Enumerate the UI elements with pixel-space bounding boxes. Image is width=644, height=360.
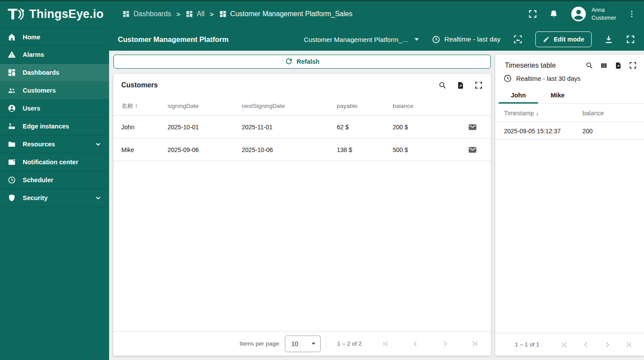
breadcrumb-current-dashboard[interactable]: Customer Management Platform_Sales bbox=[219, 10, 353, 18]
top-bar: ThingsEye.io Dashboards > All > Customer… bbox=[0, 0, 644, 28]
cell-next-signing-date: 2025-10-06 bbox=[242, 146, 337, 153]
first-page-icon[interactable] bbox=[560, 340, 569, 350]
timeseries-pagination: 1 – 1 of 1 bbox=[495, 333, 644, 356]
sort-asc-icon: ↑ bbox=[135, 103, 138, 109]
dashboards-icon bbox=[7, 68, 16, 77]
column-header-signing-date[interactable]: signingDate bbox=[168, 103, 242, 109]
tab-john[interactable]: John bbox=[499, 87, 538, 104]
sidebar-item-edge-instances[interactable]: Edge instances bbox=[0, 118, 109, 135]
previous-page-icon[interactable] bbox=[411, 339, 420, 349]
sidebar-item-customers[interactable]: Customers bbox=[0, 82, 109, 100]
columns-icon[interactable] bbox=[600, 62, 608, 69]
last-page-icon[interactable] bbox=[470, 339, 480, 349]
timewindow-button[interactable]: Realtime - last 30 days bbox=[495, 70, 644, 87]
edit-mode-label: Edit mode bbox=[554, 36, 584, 43]
cell-name: John bbox=[121, 124, 168, 131]
shield-icon bbox=[7, 194, 16, 202]
previous-page-icon[interactable] bbox=[581, 340, 591, 350]
timeseries-table-header: Timestamp↓ balance bbox=[495, 104, 644, 122]
search-icon[interactable] bbox=[585, 61, 593, 69]
refresh-button[interactable]: Refalsh bbox=[113, 55, 491, 69]
sidebar-item-label: Security bbox=[23, 194, 48, 201]
cell-payable: 62 $ bbox=[337, 124, 393, 131]
sidebar-item-alarms[interactable]: Alarms bbox=[0, 46, 109, 64]
email-icon[interactable] bbox=[462, 145, 483, 155]
sidebar-item-resources[interactable]: Resources bbox=[0, 135, 109, 153]
sidebar-item-users[interactable]: Users bbox=[0, 100, 109, 118]
breadcrumb: Dashboards > All > Customer Management P… bbox=[122, 10, 353, 18]
sidebar-item-label: Resources bbox=[23, 141, 55, 148]
breadcrumb-label: Customer Management Platform_Sales bbox=[230, 10, 353, 18]
dashboard-toolbar: Customer Management Platform Customer Ma… bbox=[109, 28, 644, 51]
items-per-page-label: Items per page: bbox=[240, 340, 281, 347]
sidebar-item-label: Customers bbox=[23, 87, 56, 94]
dashboard-grid-icon bbox=[185, 10, 193, 18]
breadcrumb-dashboards[interactable]: Dashboards bbox=[122, 10, 171, 18]
dashboard-state-select[interactable]: Customer Management Platform_… bbox=[304, 36, 419, 43]
export-icon[interactable] bbox=[614, 62, 622, 69]
tab-mike[interactable]: Mike bbox=[538, 87, 577, 104]
page-range-label: 1 – 1 of 1 bbox=[515, 341, 539, 348]
next-page-icon[interactable] bbox=[603, 340, 612, 350]
sidebar: Home Alarms Dashboards Customers Users E… bbox=[0, 28, 109, 360]
next-page-icon[interactable] bbox=[440, 339, 450, 349]
folder-icon bbox=[7, 140, 16, 149]
timewindow-button[interactable]: Realtime - last day bbox=[432, 35, 500, 44]
column-header-balance[interactable]: balance bbox=[582, 110, 635, 117]
first-page-icon[interactable] bbox=[381, 339, 391, 349]
chevron-down-icon bbox=[94, 140, 102, 148]
breadcrumb-all[interactable]: All bbox=[185, 10, 205, 18]
brand-logo[interactable]: ThingsEye.io bbox=[0, 0, 109, 28]
search-icon[interactable] bbox=[438, 81, 447, 90]
expand-widget-icon[interactable] bbox=[474, 81, 483, 90]
table-row[interactable]: Mike 2025-09-06 2025-10-06 138 $ 500 $ bbox=[113, 138, 491, 161]
edit-mode-button[interactable]: Edit mode bbox=[535, 31, 592, 47]
column-header-payable[interactable]: payable bbox=[337, 103, 393, 109]
dashboard-grid-icon bbox=[219, 10, 227, 18]
page-title: Customer Management Platform bbox=[118, 35, 229, 44]
router-icon bbox=[7, 122, 16, 131]
table-row[interactable]: John 2025-10-01 2025-11-01 62 $ 200 $ bbox=[113, 116, 491, 138]
email-icon[interactable] bbox=[462, 122, 483, 132]
download-icon[interactable] bbox=[604, 35, 613, 44]
user-menu[interactable]: Anna Customer bbox=[570, 5, 616, 23]
caret-down-icon bbox=[311, 342, 316, 345]
thingseye-logo-icon bbox=[6, 5, 25, 23]
user-role: Customer bbox=[592, 14, 616, 22]
sidebar-item-notification-center[interactable]: Notification center bbox=[0, 153, 109, 171]
notification-center-icon bbox=[7, 158, 16, 166]
breadcrumb-label: Dashboards bbox=[134, 10, 171, 18]
page-size-select[interactable]: 10 bbox=[285, 336, 321, 352]
dashboard-canvas: Refalsh Customers bbox=[109, 51, 644, 360]
warning-triangle-icon bbox=[7, 50, 16, 59]
widget-title: Timeseries table bbox=[505, 62, 556, 69]
clock-icon bbox=[432, 35, 441, 44]
sidebar-item-home[interactable]: Home bbox=[0, 28, 109, 46]
fullscreen-icon[interactable] bbox=[626, 35, 635, 44]
sidebar-item-security[interactable]: Security bbox=[0, 189, 109, 207]
image-gallery-icon[interactable] bbox=[513, 34, 523, 45]
page-range-label: 1 – 2 of 2 bbox=[337, 340, 362, 347]
timewindow-label: Realtime - last day bbox=[445, 35, 500, 43]
column-header-name[interactable]: 名称↑ bbox=[121, 102, 168, 110]
more-vert-icon[interactable] bbox=[627, 10, 636, 18]
column-header-balance[interactable]: balance bbox=[393, 103, 462, 109]
fullscreen-icon[interactable] bbox=[528, 9, 538, 19]
clock-icon bbox=[503, 74, 512, 83]
column-header-next-signing-date[interactable]: nextSigningDate bbox=[242, 103, 337, 109]
notifications-bell-icon[interactable] bbox=[549, 9, 558, 19]
sidebar-item-dashboards[interactable]: Dashboards bbox=[0, 64, 109, 82]
last-page-icon[interactable] bbox=[624, 340, 634, 350]
customers-table-header: 名称↑ signingDate nextSigningDate payable … bbox=[113, 97, 491, 116]
breadcrumb-separator: > bbox=[210, 10, 214, 18]
timeseries-tabs: John Mike bbox=[495, 87, 644, 104]
expand-widget-icon[interactable] bbox=[629, 61, 637, 69]
chevron-down-icon bbox=[94, 194, 102, 202]
cell-balance: 500 $ bbox=[393, 146, 462, 153]
export-icon[interactable] bbox=[456, 81, 465, 90]
column-header-timestamp[interactable]: Timestamp↓ bbox=[504, 110, 582, 117]
sort-desc-icon: ↓ bbox=[536, 110, 539, 117]
refresh-icon bbox=[285, 58, 293, 66]
sidebar-item-scheduler[interactable]: Scheduler bbox=[0, 171, 109, 189]
table-row[interactable]: 2025-09-05 15:12:37 200 bbox=[495, 122, 644, 140]
